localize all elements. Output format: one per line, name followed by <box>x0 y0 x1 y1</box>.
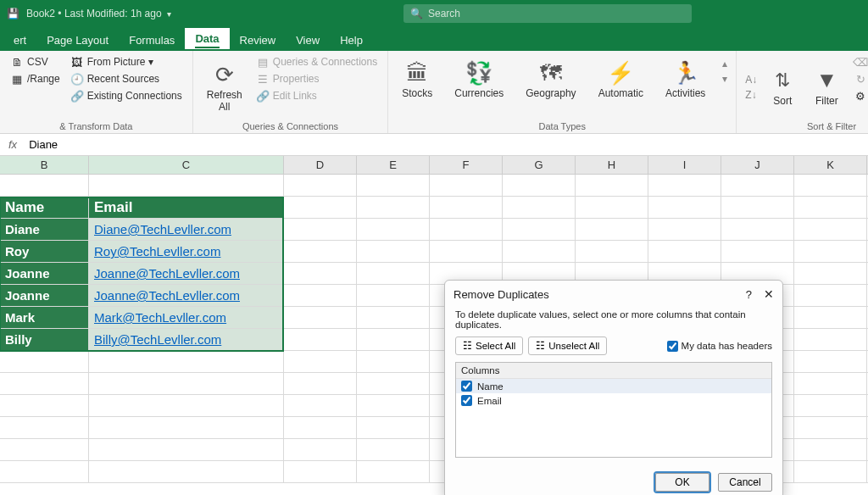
columns-listbox: Columns Name Email <box>455 362 772 458</box>
edit-links: 🔗Edit Links <box>254 88 379 103</box>
reapply-filter: ↻Reapply <box>852 71 868 86</box>
unselect-all-button[interactable]: ☷Unselect All <box>528 336 607 355</box>
cell-name[interactable]: Billy <box>0 329 89 350</box>
sort-desc-icon[interactable]: Z↓ <box>745 89 757 101</box>
recent-sources[interactable]: 🕘Recent Sources <box>69 71 184 86</box>
search-input[interactable]: 🔍 Search <box>403 4 692 23</box>
currencies-icon: 💱 <box>465 59 492 86</box>
sort-asc-icon[interactable]: A↓ <box>745 74 757 86</box>
refresh-all-button[interactable]: ⟳ Refresh All <box>202 54 248 120</box>
queries-icon: ▤ <box>256 55 270 69</box>
cell-email[interactable]: Billy@TechLevller.com <box>89 329 284 350</box>
select-all-icon: ☷ <box>463 340 472 352</box>
link-icon: 🔗 <box>256 89 270 103</box>
scroll-up-icon[interactable]: ▴ <box>722 58 727 70</box>
col-F[interactable]: F <box>430 156 503 174</box>
group-data-types: Data Types <box>397 120 727 131</box>
filter-button[interactable]: ▼Filter <box>808 54 845 120</box>
save-icon[interactable]: 💾 <box>7 8 19 19</box>
csv-icon: 🗎 <box>10 55 24 69</box>
col-B[interactable]: B <box>0 156 89 174</box>
cell-name[interactable]: Diane <box>0 219 89 240</box>
column-item-email[interactable]: Email <box>456 393 771 408</box>
cancel-button[interactable]: Cancel <box>718 473 772 492</box>
picture-icon: 🖼 <box>70 55 84 69</box>
col-C[interactable]: C <box>89 156 284 174</box>
stocks-icon: 🏛 <box>403 59 431 86</box>
cell-email[interactable]: Joanne@TechLevller.com <box>89 285 284 306</box>
group-transform-data: & Transform Data <box>8 120 184 131</box>
formula-input[interactable] <box>25 138 868 151</box>
cell-name[interactable]: Mark <box>0 307 89 328</box>
scroll-down-icon[interactable]: ▾ <box>722 73 727 85</box>
document-title[interactable]: Book2 • Last Modified: 1h ago <box>26 8 162 19</box>
cell-name[interactable]: Joanne <box>0 263 89 284</box>
refresh-icon: ⟳ <box>211 61 238 88</box>
col-E[interactable]: E <box>357 156 430 174</box>
cell-email[interactable]: Joanne@TechLevller.com <box>89 263 284 284</box>
advanced-filter[interactable]: ⚙Advanced <box>852 88 868 103</box>
activities-button[interactable]: 🏃Activities <box>660 58 710 101</box>
help-icon[interactable]: ? <box>746 288 752 301</box>
cell-name[interactable]: Joanne <box>0 285 89 306</box>
range-icon: ▦ <box>10 72 24 86</box>
close-icon[interactable]: ✕ <box>764 287 774 301</box>
existing-connections[interactable]: 🔗Existing Connections <box>69 88 184 103</box>
tab-help[interactable]: Help <box>330 30 373 51</box>
recent-icon: 🕘 <box>70 72 84 86</box>
select-all-button[interactable]: ☷Select All <box>455 336 523 355</box>
col-H[interactable]: H <box>576 156 648 174</box>
ribbon-tabs: ert Page Layout Formulas Data Review Vie… <box>0 27 868 51</box>
tab-insert[interactable]: ert <box>3 30 36 51</box>
headers-checkbox[interactable]: My data has headers <box>667 341 772 352</box>
automatic-button[interactable]: ⚡Automatic <box>593 58 648 101</box>
tab-data[interactable]: Data <box>185 28 229 51</box>
formula-bar: fx <box>0 134 868 156</box>
col-I[interactable]: I <box>648 156 721 174</box>
col-D[interactable]: D <box>284 156 357 174</box>
from-csv[interactable]: 🗎CSV <box>8 54 62 70</box>
tab-formulas[interactable]: Formulas <box>119 30 185 51</box>
filter-icon: ▼ <box>813 67 840 94</box>
column-headers: B C D E F G H I J K <box>0 156 868 175</box>
connection-icon: 🔗 <box>70 89 84 103</box>
properties: ☰Properties <box>254 71 379 86</box>
globe-icon: 🗺 <box>537 59 565 86</box>
sort-button[interactable]: ⇅Sort <box>764 54 801 120</box>
search-placeholder: Search <box>428 8 460 19</box>
reapply-icon: ↻ <box>854 72 867 86</box>
tab-review[interactable]: Review <box>230 30 287 51</box>
activities-icon: 🏃 <box>672 59 699 86</box>
sort-icon: ⇅ <box>769 67 796 94</box>
tab-page-layout[interactable]: Page Layout <box>36 30 119 51</box>
chevron-down-icon[interactable]: ▾ <box>167 9 171 19</box>
cell-email[interactable]: Roy@TechLevller.com <box>89 241 284 262</box>
ribbon: 🗎CSV ▦/Range 🖼From Picture ▾ 🕘Recent Sou… <box>0 51 868 134</box>
col-K[interactable]: K <box>794 156 867 174</box>
dialog-title: Remove Duplicates <box>453 288 746 301</box>
geography-button[interactable]: 🗺Geography <box>520 58 581 101</box>
ok-button[interactable]: OK <box>655 473 709 492</box>
group-sort-filter: Sort & Filter <box>745 120 868 131</box>
tab-view[interactable]: View <box>286 30 330 51</box>
bolt-icon: ⚡ <box>607 59 634 86</box>
from-picture[interactable]: 🖼From Picture ▾ <box>69 54 184 70</box>
unselect-all-icon: ☷ <box>536 340 545 352</box>
fx-label[interactable]: fx <box>0 138 25 151</box>
col-J[interactable]: J <box>721 156 794 174</box>
group-queries: Queries & Connections <box>202 120 379 131</box>
clear-filter: ⌫Clear <box>852 54 868 70</box>
search-icon: 🔍 <box>410 8 423 19</box>
cell-email[interactable]: Diane@TechLevller.com <box>89 219 284 240</box>
stocks-button[interactable]: 🏛Stocks <box>397 58 437 101</box>
from-range[interactable]: ▦/Range <box>8 71 62 86</box>
column-item-name[interactable]: Name <box>456 379 771 393</box>
cell-name[interactable]: Roy <box>0 241 89 262</box>
col-G[interactable]: G <box>503 156 576 174</box>
cell-email[interactable]: Mark@TechLevller.com <box>89 307 284 328</box>
currencies-button[interactable]: 💱Currencies <box>449 58 509 101</box>
header-name[interactable]: Name <box>0 197 89 218</box>
queries-connections[interactable]: ▤Queries & Connections <box>254 54 379 70</box>
properties-icon: ☰ <box>256 72 270 86</box>
header-email[interactable]: Email <box>89 197 284 218</box>
